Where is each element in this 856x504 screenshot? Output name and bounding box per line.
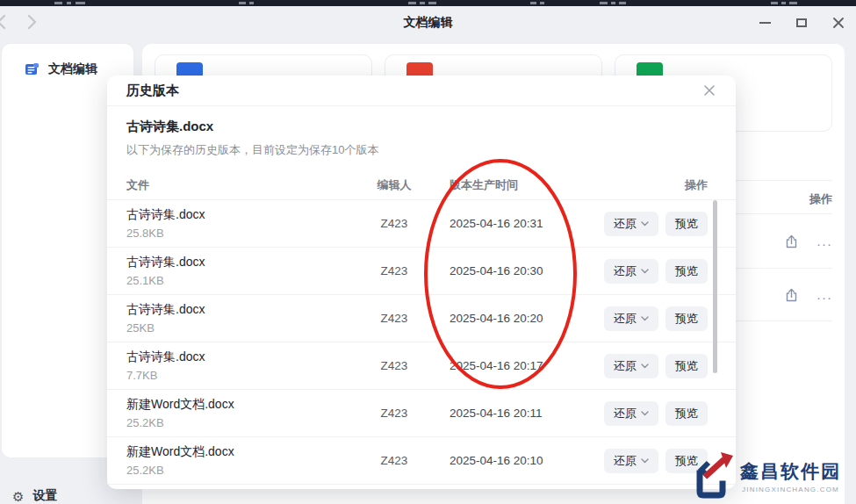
history-version-modal: 历史版本 古诗诗集.docx 以下为保存的历史版本，目前设定为保存10个版本 文… [107,76,736,489]
restore-label: 还原 [614,311,637,327]
restore-button[interactable]: 还原 [604,259,658,284]
minimize-icon [759,22,771,24]
editor: Z423 [355,264,434,277]
file-size: 25.1KB [126,274,355,287]
share-icon[interactable] [784,234,799,253]
table-row: 古诗诗集.docx 7.7KB Z423 2025-04-16 20:17 还原… [107,342,736,390]
col-header-time: 版本生产时间 [434,177,574,193]
maximize-icon [796,18,807,27]
sidebar-item-settings[interactable]: ⚙ 设置 [12,488,57,504]
history-table-body: 古诗诗集.docx 25.8KB Z423 2025-04-16 20:31 还… [107,200,736,485]
site-watermark: 鑫昌软件园 JININGXINCHANG.COM [687,450,841,501]
chevron-down-icon [641,221,649,227]
restore-label: 还原 [614,406,637,421]
sidebar-item-label: 文档编辑 [48,61,97,77]
restore-button[interactable]: 还原 [604,212,658,236]
editor: Z423 [355,217,434,230]
editor: Z423 [355,454,434,467]
share-icon[interactable] [784,288,799,306]
history-table: 文件 编辑人 版本生产时间 操作 古诗诗集.docx 25.8KB Z423 2… [107,170,736,485]
document-icon [25,62,40,76]
preview-button[interactable]: 预览 [665,306,708,331]
watermark-logo-icon [687,450,737,501]
file-size: 25KB [126,321,355,335]
file-name: 古诗诗集.docx [126,302,355,318]
editor: Z423 [355,312,434,325]
modal-body: 古诗诗集.docx 以下为保存的历史版本，目前设定为保存10个版本 文件 编辑人… [107,106,736,485]
titlebar: 文档编辑 [0,6,856,39]
file-name: 古诗诗集.docx [126,349,355,365]
preview-button[interactable]: 预览 [665,259,708,284]
col-header-action: 操作 [574,177,708,193]
restore-label: 还原 [614,358,637,374]
chevron-down-icon [641,458,649,464]
col-header-file: 文件 [126,177,355,193]
version-time: 2025-04-16 20:20 [434,312,574,325]
file-size: 7.7KB [126,369,355,382]
chevron-down-icon [641,411,649,416]
file-size: 25.8KB [126,227,355,240]
version-time: 2025-04-16 20:17 [434,359,574,372]
table-row: 新建Word文档.docx 25.2KB Z423 2025-04-16 20:… [107,390,736,437]
version-time: 2025-04-16 20:30 [434,264,574,277]
watermark-url: JININGXINCHANG.COM [742,486,839,493]
modal-subtitle: 以下为保存的历史版本，目前设定为保存10个版本 [107,135,736,158]
restore-button[interactable]: 还原 [604,401,658,426]
file-size: 25.2KB [126,416,355,429]
version-time: 2025-04-16 20:11 [434,407,574,420]
more-icon[interactable]: ··· [816,291,832,304]
settings-label: 设置 [32,488,57,504]
modal-doc-name: 古诗诗集.docx [107,119,736,135]
history-table-header: 文件 编辑人 版本生产时间 操作 [107,170,736,200]
file-size: 25.2KB [126,464,355,477]
chevron-down-icon [641,269,649,274]
table-row: 古诗诗集.docx 25KB Z423 2025-04-16 20:20 还原 … [107,295,736,342]
version-time: 2025-04-16 20:10 [434,454,574,467]
scrollbar-thumb[interactable] [713,200,717,373]
table-row: 古诗诗集.docx 25.8KB Z423 2025-04-16 20:31 还… [107,200,736,248]
close-icon [703,84,716,97]
editor: Z423 [355,407,434,420]
browser-tab-strip [0,0,856,6]
restore-button[interactable]: 还原 [604,306,658,331]
file-list-action-header: 操作 [809,191,832,207]
modal-close-button[interactable] [701,82,718,99]
file-name: 新建Word文档.docx [126,444,355,460]
version-time: 2025-04-16 20:31 [434,217,574,230]
table-row: 新建Word文档.docx 25.2KB Z423 2025-04-16 20:… [107,437,736,485]
file-row-actions: ··· [784,288,832,306]
modal-header: 历史版本 [107,76,736,106]
file-name: 古诗诗集.docx [126,207,355,223]
close-window-button[interactable] [826,11,851,34]
gear-icon: ⚙ [12,490,24,503]
preview-button[interactable]: 预览 [665,401,708,426]
watermark-name: 鑫昌软件园 [740,459,841,484]
file-name: 新建Word文档.docx [126,397,355,413]
file-name: 古诗诗集.docx [126,255,355,270]
preview-button[interactable]: 预览 [665,212,708,236]
editor: Z423 [355,359,434,372]
restore-button[interactable]: 还原 [604,354,658,378]
restore-label: 还原 [614,263,637,279]
chevron-down-icon [641,364,649,369]
more-icon[interactable]: ··· [816,237,832,250]
col-header-editor: 编辑人 [355,177,434,193]
modal-title: 历史版本 [126,83,179,99]
file-row-actions: ··· [784,234,832,253]
app-title: 文档编辑 [0,15,856,31]
chevron-down-icon [641,316,649,321]
restore-button[interactable]: 还原 [604,449,658,473]
restore-label: 还原 [614,453,637,469]
preview-button[interactable]: 预览 [665,354,708,378]
minimize-button[interactable] [752,11,777,34]
close-icon [832,17,845,29]
restore-label: 还原 [614,216,637,232]
maximize-button[interactable] [789,11,814,34]
table-row: 古诗诗集.docx 25.1KB Z423 2025-04-16 20:30 还… [107,248,736,295]
